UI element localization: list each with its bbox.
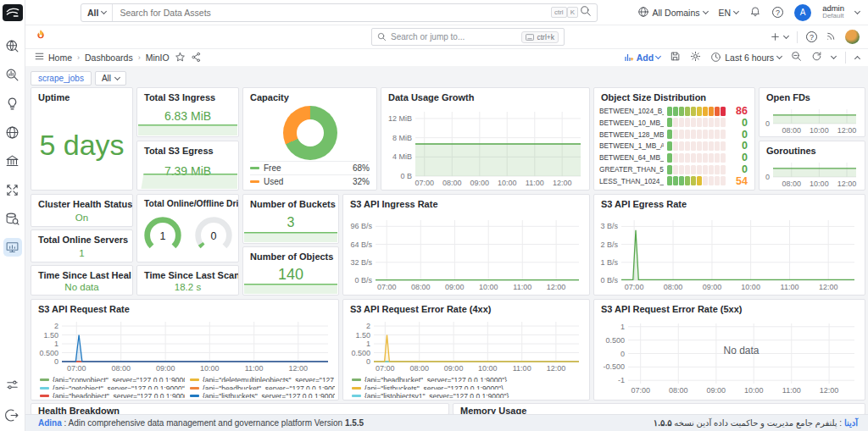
legend-row-used[interactable]: Used32% bbox=[250, 174, 370, 188]
bargauge-cell bbox=[691, 141, 696, 151]
data-search-icon[interactable] bbox=[3, 209, 22, 228]
panel-title[interactable]: Total Online/Offline Drives bbox=[137, 195, 238, 208]
legend-item[interactable]: {api="listbuckets", server="127.0.0.1:90… bbox=[190, 392, 335, 398]
grafana-avatar[interactable] bbox=[845, 30, 860, 44]
panel-title[interactable]: Data Usage Growth bbox=[381, 88, 589, 102]
legend-item[interactable]: {api="headobject", server="127.0.0.1:900… bbox=[40, 392, 185, 398]
variable-scrape-jobs-value[interactable]: All bbox=[95, 71, 126, 86]
breadcrumb-dashboards[interactable]: Dashboards bbox=[85, 52, 133, 63]
bargauge-cell bbox=[703, 176, 708, 185]
panel-title[interactable]: Uptime bbox=[31, 88, 132, 102]
user-menu-chevron-icon[interactable] bbox=[854, 8, 860, 14]
governance-bank-icon[interactable] bbox=[3, 152, 22, 170]
panel-title[interactable]: Goroutines bbox=[760, 141, 865, 156]
save-dashboard-icon[interactable] bbox=[670, 50, 681, 65]
footer-brand[interactable]: Adina bbox=[38, 418, 62, 428]
s3-request-rate-chart[interactable]: 07:0008:0009:0010:0011:0012:0000.50011.5… bbox=[36, 318, 333, 373]
data-usage-growth-chart[interactable]: 07:0008:0009:0010:0011:0012:000 B4 MiB8 … bbox=[385, 108, 586, 187]
panel-title[interactable]: Number of Buckets bbox=[243, 195, 338, 209]
grafana-search-placeholder: Search or jump to... bbox=[391, 32, 517, 41]
capacity-donut-chart[interactable] bbox=[283, 106, 337, 160]
bargauge-value: 0 bbox=[729, 163, 748, 175]
panel-title[interactable]: Cluster Health Status bbox=[31, 195, 132, 209]
search-icon[interactable] bbox=[580, 5, 592, 20]
grafana-search[interactable]: Search or jump to... ctrl+k bbox=[371, 28, 565, 46]
legend-item[interactable]: {api="listobjectsv1", server="127.0.0.1:… bbox=[352, 392, 586, 398]
panel-title[interactable]: Capacity bbox=[243, 88, 376, 102]
language-select[interactable]: EN bbox=[719, 8, 739, 18]
goroutines-chart[interactable]: 08:0010:0012:000 bbox=[763, 159, 861, 188]
legend-item[interactable]: {api="listbuckets", server="127.0.0.1:90… bbox=[352, 384, 586, 390]
svg-text:08:00: 08:00 bbox=[411, 283, 431, 291]
add-panel-button[interactable]: Add bbox=[624, 52, 660, 63]
panel-title[interactable]: Total Online Servers bbox=[31, 230, 132, 245]
s3-egress-rate-chart[interactable]: 07:0008:0009:0010:0011:0012:000 B/s1 B/s… bbox=[599, 217, 860, 291]
footer-brand-rtl[interactable]: آدینا bbox=[844, 418, 858, 428]
preferences-sliders-icon[interactable] bbox=[3, 375, 22, 394]
integration-icon[interactable] bbox=[3, 180, 22, 199]
logout-icon[interactable] bbox=[3, 406, 22, 424]
svg-text:8 MiB: 8 MiB bbox=[392, 134, 412, 142]
s3-ingress-rate-chart[interactable]: 07:0008:0009:0010:0011:0012:000 B/s32 B/… bbox=[348, 217, 584, 291]
grafana-logo-icon[interactable] bbox=[34, 29, 47, 46]
search-input[interactable] bbox=[113, 8, 551, 18]
panel-title[interactable]: Number of Objects bbox=[243, 247, 338, 262]
panel-title[interactable]: Time Since Last Heal bbox=[31, 266, 132, 280]
legend-item[interactable]: {api="deletemultipleobjects", server="12… bbox=[190, 376, 335, 382]
breadcrumb-home[interactable]: Home bbox=[48, 52, 72, 63]
panel-title[interactable]: Total S3 Ingress bbox=[137, 88, 238, 102]
refresh-icon[interactable] bbox=[811, 50, 822, 65]
legend-item[interactable]: {api="headbucket", server="127.0.0.1:900… bbox=[352, 376, 586, 382]
help-icon[interactable]: ? bbox=[772, 7, 783, 18]
discovery-search-icon[interactable] bbox=[3, 36, 22, 55]
open-fds-chart[interactable]: 08:0010:0012:000 bbox=[763, 106, 861, 135]
user-avatar[interactable]: A bbox=[794, 4, 811, 21]
panel-title[interactable]: S3 API Request Error Rate (5xx) bbox=[594, 300, 865, 314]
search-scope-select[interactable]: All bbox=[81, 4, 113, 21]
legend-item[interactable]: {api="copyobject", server="127.0.0.1:900… bbox=[40, 376, 185, 382]
object-size-bargauge[interactable]: BETWEEN_1024_B_A...86BETWEEN_10_MB_A...0… bbox=[599, 106, 748, 186]
app-logo[interactable] bbox=[3, 4, 23, 21]
panel-title[interactable]: S3 API Egress Rate bbox=[594, 195, 865, 209]
panel-title[interactable]: Object Size Distribution bbox=[594, 88, 754, 102]
panel-title[interactable]: S3 API Ingress Rate bbox=[343, 195, 589, 209]
add-chart-icon bbox=[624, 52, 634, 63]
time-range-picker[interactable]: Last 6 hours bbox=[710, 52, 782, 64]
online-drives-gauge[interactable]: 1 bbox=[140, 213, 186, 254]
error-5xx-chart[interactable]: 07:0008:0009:0010:0011:0012:00-1-0.50000… bbox=[599, 320, 860, 395]
variable-scrape-jobs-label[interactable]: scrape_jobs bbox=[31, 71, 92, 86]
breadcrumb: Home › Dashboards › MinIO bbox=[48, 52, 202, 64]
web-globe-icon[interactable] bbox=[3, 123, 22, 141]
user-info[interactable]: admin Default bbox=[822, 4, 844, 19]
panel-title[interactable]: Time Since Last Scan bbox=[137, 266, 238, 280]
zoom-out-icon[interactable] bbox=[791, 50, 802, 65]
share-icon[interactable] bbox=[191, 52, 202, 64]
new-plus-button[interactable] bbox=[770, 31, 788, 42]
panel-health-breakdown: Health Breakdown bbox=[31, 403, 449, 415]
legend-row-free[interactable]: Free68% bbox=[250, 161, 370, 174]
insights-bulb-icon[interactable] bbox=[3, 94, 22, 113]
collapse-chevron-up-icon[interactable] bbox=[854, 55, 860, 61]
error-4xx-chart[interactable]: 07:0008:0009:0010:0011:0012:0000.50011.5… bbox=[348, 318, 584, 373]
refresh-interval-chevron-icon[interactable] bbox=[831, 53, 837, 59]
panel-title[interactable]: S3 API Request Error Rate (4xx) bbox=[343, 300, 589, 314]
news-rss-icon[interactable] bbox=[826, 30, 837, 45]
panel-title[interactable]: Total S3 Egress bbox=[137, 141, 238, 156]
panel-title[interactable]: Open FDs bbox=[760, 88, 865, 102]
offline-drives-gauge[interactable]: 0 bbox=[191, 213, 236, 254]
legend-item[interactable]: {api="headbucket", server="127.0.0.1:900… bbox=[190, 384, 335, 390]
monitoring-dashboard-icon[interactable] bbox=[3, 238, 22, 257]
grafana-help-icon[interactable]: ? bbox=[806, 31, 817, 42]
bargauge-label: BETWEEN_10_MB_A... bbox=[599, 119, 664, 127]
dashboard-settings-gear-icon[interactable] bbox=[690, 50, 701, 65]
explore-chart-icon[interactable] bbox=[3, 65, 22, 84]
domains-select[interactable]: All Domains bbox=[637, 6, 708, 19]
bargauge-cell bbox=[667, 153, 672, 163]
notifications-bell-icon[interactable] bbox=[749, 5, 761, 20]
svg-text:07:00: 07:00 bbox=[376, 364, 395, 373]
legend-item[interactable]: {api="getobject", server="127.0.0.1:9000… bbox=[40, 384, 185, 390]
panel-title[interactable]: S3 API Request Rate bbox=[31, 300, 338, 314]
menu-hamburger-icon[interactable] bbox=[34, 50, 45, 65]
request-rate-legend: {api="copyobject", server="127.0.0.1:900… bbox=[40, 376, 335, 398]
favorite-star-icon[interactable] bbox=[175, 52, 186, 64]
